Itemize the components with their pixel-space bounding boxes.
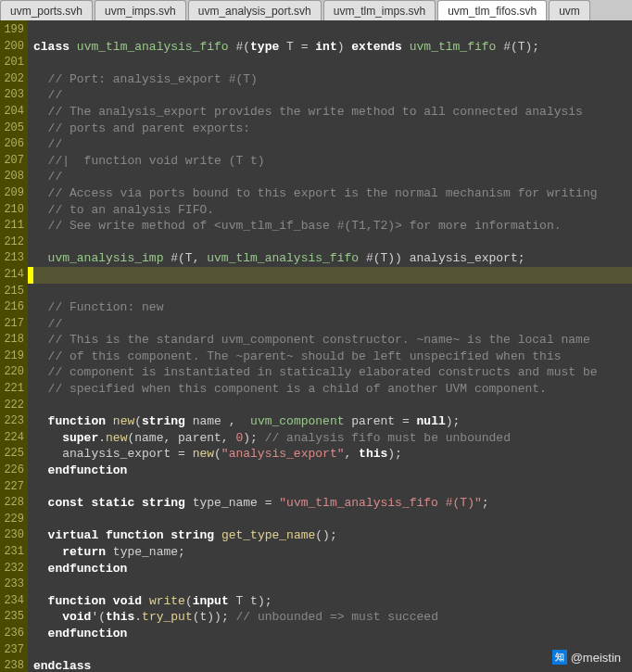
line-number: 199	[0, 22, 24, 39]
code-line[interactable]: function void write(input T t);	[33, 593, 632, 610]
editor: 1992002012022032042052062072082092102112…	[0, 20, 632, 672]
code-line[interactable]: endclass	[33, 658, 632, 672]
code-line[interactable]: endfunction	[33, 463, 632, 479]
code-line[interactable]: // Port: analysis_export #(T)	[33, 71, 632, 88]
line-number: 232	[0, 561, 24, 577]
line-number: 209	[0, 185, 24, 202]
line-number: 231	[0, 544, 24, 561]
code-line[interactable]: // to an analysis FIFO.	[33, 202, 632, 219]
code-line[interactable]: //	[33, 87, 632, 104]
code-line[interactable]	[33, 55, 632, 71]
line-number: 218	[0, 332, 24, 349]
watermark-text: @meistin	[571, 651, 621, 665]
code-line[interactable]	[33, 512, 632, 528]
code-line[interactable]	[33, 22, 632, 39]
code-line[interactable]: return type_name;	[33, 544, 632, 561]
code-line[interactable]: analysis_export = new("analysis_export",…	[33, 446, 632, 463]
line-number: 216	[0, 299, 24, 316]
line-number: 229	[0, 512, 24, 528]
line-number: 237	[0, 642, 24, 659]
line-number: 233	[0, 577, 24, 593]
code-line[interactable]: // See write method of <uvm_tlm_if_base …	[33, 218, 632, 235]
code-line[interactable]: // The analysis_export provides the writ…	[33, 104, 632, 120]
code-line[interactable]: endfunction	[33, 561, 632, 577]
line-number: 210	[0, 202, 24, 219]
line-number: 207	[0, 153, 24, 170]
line-number-gutter: 1992002012022032042052062072082092102112…	[0, 20, 28, 672]
line-number: 227	[0, 479, 24, 496]
code-line[interactable]	[33, 267, 632, 284]
line-number: 204	[0, 104, 24, 120]
tab-uvm_analysis_port-svh[interactable]: uvm_analysis_port.svh	[188, 0, 322, 20]
tab-uvm_tlm_fifos-svh[interactable]: uvm_tlm_fifos.svh	[437, 0, 547, 20]
code-line[interactable]: void'(this.try_put(t)); // unbounded => …	[33, 609, 632, 626]
line-number: 219	[0, 349, 24, 365]
line-number: 226	[0, 463, 24, 479]
code-line[interactable]: //	[33, 316, 632, 333]
code-line[interactable]: // Function: new	[33, 299, 632, 316]
line-number: 236	[0, 626, 24, 642]
line-number: 225	[0, 446, 24, 463]
code-area[interactable]: class uvm_tlm_analysis_fifo #(type T = i…	[28, 20, 632, 672]
line-number: 223	[0, 413, 24, 430]
code-line[interactable]	[33, 479, 632, 496]
line-number: 202	[0, 71, 24, 88]
line-number: 200	[0, 39, 24, 56]
line-number: 234	[0, 593, 24, 610]
code-line[interactable]: //| function void write (T t)	[33, 153, 632, 170]
line-number: 201	[0, 55, 24, 71]
line-number: 211	[0, 218, 24, 235]
watermark: 知 @meistin	[552, 650, 621, 665]
line-number: 224	[0, 430, 24, 447]
tab-uvm_tlm_imps-svh[interactable]: uvm_tlm_imps.svh	[323, 0, 436, 20]
code-line[interactable]: endfunction	[33, 626, 632, 642]
code-line[interactable]: virtual function string get_type_name();	[33, 527, 632, 544]
line-number: 206	[0, 136, 24, 153]
code-line[interactable]: class uvm_tlm_analysis_fifo #(type T = i…	[33, 39, 632, 56]
line-number: 238	[0, 658, 24, 672]
line-number: 228	[0, 495, 24, 512]
line-number: 235	[0, 609, 24, 626]
code-line[interactable]: function new(string name , uvm_component…	[33, 413, 632, 430]
code-line[interactable]: // component is instantiated in statical…	[33, 364, 632, 381]
code-line[interactable]	[33, 642, 632, 659]
line-number: 214	[0, 267, 24, 284]
code-line[interactable]: //	[33, 169, 632, 185]
code-line[interactable]: // Access via ports bound to this export…	[33, 185, 632, 202]
line-number: 212	[0, 235, 24, 251]
line-number: 208	[0, 169, 24, 185]
tab-bar: uvm_ports.svhuvm_imps.svhuvm_analysis_po…	[0, 0, 632, 20]
tab-uvm[interactable]: uvm	[549, 0, 590, 20]
tab-uvm_imps-svh[interactable]: uvm_imps.svh	[95, 0, 186, 20]
code-line[interactable]: // specified when this component is a ch…	[33, 381, 632, 398]
line-number: 222	[0, 398, 24, 414]
line-number: 217	[0, 316, 24, 333]
line-number: 215	[0, 284, 24, 300]
code-line[interactable]: // ports and parent exports:	[33, 120, 632, 137]
line-number: 220	[0, 364, 24, 381]
code-line[interactable]	[33, 577, 632, 593]
code-line[interactable]: //	[33, 136, 632, 153]
code-line[interactable]	[33, 235, 632, 251]
zhihu-icon: 知	[552, 650, 567, 665]
line-number: 213	[0, 250, 24, 267]
line-number: 221	[0, 381, 24, 398]
code-line[interactable]: super.new(name, parent, 0); // analysis …	[33, 430, 632, 447]
code-line[interactable]: const static string type_name = "uvm_tlm…	[33, 495, 632, 512]
code-line[interactable]	[33, 398, 632, 414]
code-line[interactable]: // of this component. The ~parent~ shoul…	[33, 349, 632, 365]
code-line[interactable]: uvm_analysis_imp #(T, uvm_tlm_analysis_f…	[33, 250, 632, 267]
line-number: 230	[0, 527, 24, 544]
line-number: 205	[0, 120, 24, 137]
code-line[interactable]	[33, 284, 632, 300]
tab-uvm_ports-svh[interactable]: uvm_ports.svh	[0, 0, 93, 20]
line-number: 203	[0, 87, 24, 104]
code-line[interactable]: // This is the standard uvm_component co…	[33, 332, 632, 349]
